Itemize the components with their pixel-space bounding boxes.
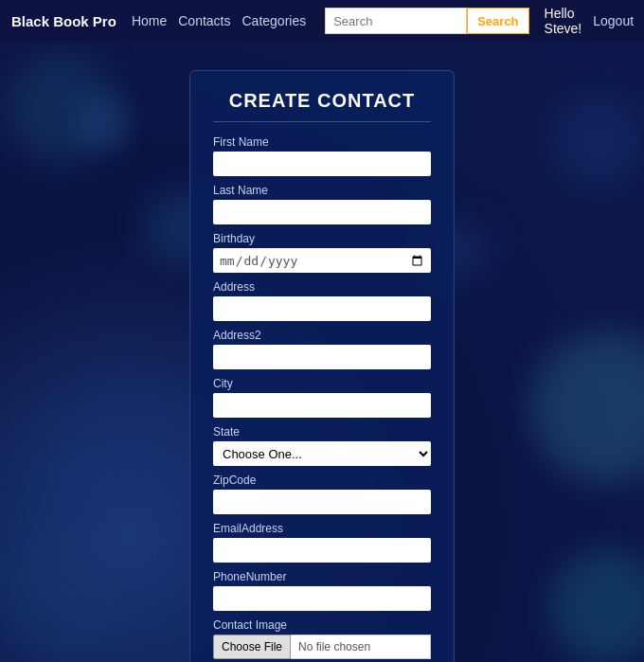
form-card: CREATE CONTACT First Name Last Name Birt… [189,70,455,662]
main-content: CREATE CONTACT First Name Last Name Birt… [0,42,644,662]
file-name-display: No file chosen [291,635,431,659]
first-name-label: First Name [213,135,431,149]
zipcode-input[interactable] [213,490,431,514]
birthday-label: Birthday [213,232,431,245]
choose-file-button[interactable]: Choose File [213,635,291,659]
zipcode-label: ZipCode [213,474,431,487]
first-name-group: First Name [213,135,431,176]
search-input[interactable] [325,8,467,34]
address-group: Address [213,280,431,321]
last-name-group: Last Name [213,184,431,224]
address2-group: Address2 [213,329,431,369]
logout-link[interactable]: Logout [593,13,634,28]
nav-categories[interactable]: Categories [242,13,306,28]
address2-input[interactable] [213,345,431,369]
image-label: Contact Image [213,618,431,632]
user-greeting: Hello Steve! [545,6,582,36]
email-input[interactable] [213,538,431,563]
state-group: State Choose One... ALAKAZAR CACOCTDE FL… [213,425,431,466]
state-select[interactable]: Choose One... ALAKAZAR CACOCTDE FLGAHIID… [213,441,431,466]
birthday-group: Birthday [213,232,431,273]
city-input[interactable] [213,393,431,418]
last-name-label: Last Name [213,184,431,197]
city-group: City [213,377,431,418]
navbar: Black Book Pro Home Contacts Categories … [0,0,644,42]
file-input-wrapper: Choose File No file chosen [213,635,431,659]
form-title: CREATE CONTACT [213,90,431,122]
phone-label: PhoneNumber [213,570,431,583]
phone-input[interactable] [213,586,431,611]
email-group: EmailAddress [213,522,431,563]
city-label: City [213,377,431,390]
address-input[interactable] [213,296,431,321]
nav-right: Hello Steve! Logout [545,6,635,36]
address2-label: Address2 [213,329,431,342]
last-name-input[interactable] [213,200,431,224]
search-button[interactable]: Search [467,8,528,34]
nav-links: Home Contacts Categories [132,13,306,28]
birthday-input[interactable] [213,248,431,273]
address-label: Address [213,280,431,294]
nav-contacts[interactable]: Contacts [178,13,230,28]
zipcode-group: ZipCode [213,474,431,514]
brand-name: Black Book Pro [11,13,116,29]
email-label: EmailAddress [213,522,431,535]
phone-group: PhoneNumber [213,570,431,611]
nav-home[interactable]: Home [132,13,167,28]
state-label: State [213,425,431,438]
first-name-input[interactable] [213,152,431,176]
image-group: Contact Image Choose File No file chosen [213,618,431,659]
search-container: Search [325,8,528,34]
